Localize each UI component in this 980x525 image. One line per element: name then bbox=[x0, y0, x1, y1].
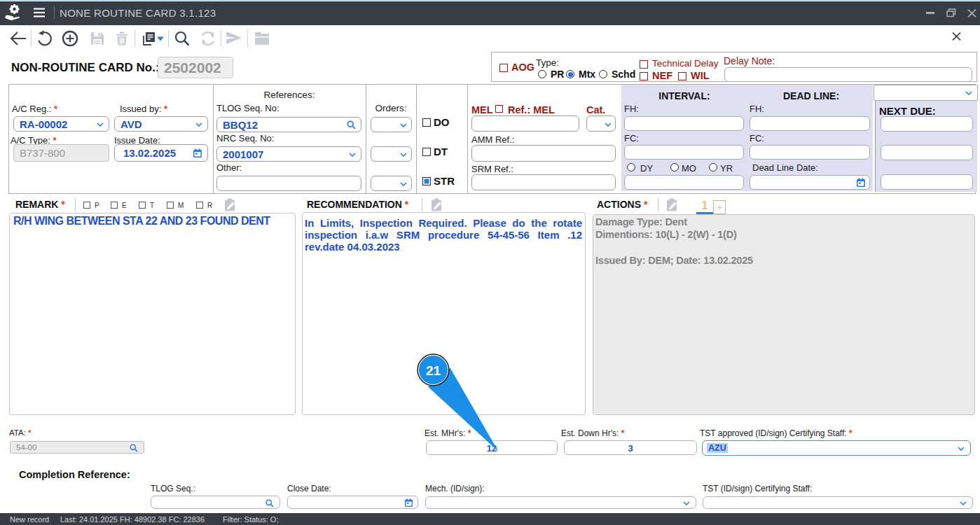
svg-text:21: 21 bbox=[426, 363, 441, 378]
